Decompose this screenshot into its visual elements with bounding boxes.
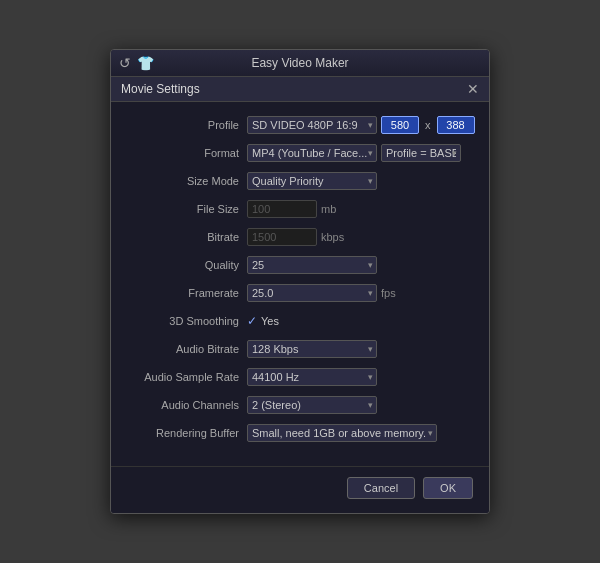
check-icon: ✓ <box>247 314 257 328</box>
smoothing-value: Yes <box>261 315 279 327</box>
audio-channels-select[interactable]: 2 (Stereo) <box>247 396 377 414</box>
ok-button[interactable]: OK <box>423 477 473 499</box>
audio-bitrate-row: Audio Bitrate 128 Kbps <box>127 338 473 360</box>
title-bar: ↺ 👕 Easy Video Maker <box>111 50 489 77</box>
format-select[interactable]: MP4 (YouTube / Face... <box>247 144 377 162</box>
baseline-select[interactable]: Profile = BASELI ... <box>381 144 461 162</box>
framerate-row: Framerate 25.0 fps <box>127 282 473 304</box>
format-controls: MP4 (YouTube / Face... Profile = BASELI … <box>247 144 461 162</box>
audio-bitrate-select[interactable]: 128 Kbps <box>247 340 377 358</box>
quality-row: Quality 25 <box>127 254 473 276</box>
framerate-select[interactable]: 25.0 <box>247 284 377 302</box>
quality-select[interactable]: 25 <box>247 256 377 274</box>
bitrate-unit: kbps <box>321 231 344 243</box>
bitrate-label: Bitrate <box>127 231 247 243</box>
dialog-footer: Cancel OK <box>111 466 489 513</box>
smoothing-row: 3D Smoothing ✓ Yes <box>127 310 473 332</box>
framerate-label: Framerate <box>127 287 247 299</box>
title-bar-icons: ↺ 👕 <box>119 55 154 71</box>
shirt-icon[interactable]: 👕 <box>137 55 154 71</box>
back-icon[interactable]: ↺ <box>119 55 131 71</box>
audio-sample-row: Audio Sample Rate 44100 Hz <box>127 366 473 388</box>
audio-bitrate-label: Audio Bitrate <box>127 343 247 355</box>
file-size-input <box>247 200 317 218</box>
size-mode-row: Size Mode Quality Priority <box>127 170 473 192</box>
close-button[interactable]: ✕ <box>467 82 479 96</box>
framerate-unit: fps <box>381 287 396 299</box>
file-size-unit: mb <box>321 203 336 215</box>
height-input[interactable] <box>437 116 475 134</box>
profile-controls: SD VIDEO 480P 16:9 x <box>247 116 475 134</box>
bitrate-input <box>247 228 317 246</box>
app-title: Easy Video Maker <box>251 56 348 70</box>
width-input[interactable] <box>381 116 419 134</box>
smoothing-label: 3D Smoothing <box>127 315 247 327</box>
rendering-select[interactable]: Small, need 1GB or above memory. <box>247 424 437 442</box>
rendering-label: Rendering Buffer <box>127 427 247 439</box>
size-mode-select[interactable]: Quality Priority <box>247 172 377 190</box>
cancel-button[interactable]: Cancel <box>347 477 415 499</box>
file-size-row: File Size mb <box>127 198 473 220</box>
dialog-title: Movie Settings <box>121 82 200 96</box>
audio-channels-label: Audio Channels <box>127 399 247 411</box>
smoothing-controls: ✓ Yes <box>247 314 279 328</box>
quality-label: Quality <box>127 259 247 271</box>
file-size-label: File Size <box>127 203 247 215</box>
rendering-row: Rendering Buffer Small, need 1GB or abov… <box>127 422 473 444</box>
format-row: Format MP4 (YouTube / Face... Profile = … <box>127 142 473 164</box>
dimension-separator: x <box>423 119 433 131</box>
bitrate-row: Bitrate kbps <box>127 226 473 248</box>
app-window: ↺ 👕 Easy Video Maker Movie Settings ✕ Pr… <box>110 49 490 514</box>
audio-channels-row: Audio Channels 2 (Stereo) <box>127 394 473 416</box>
profile-row: Profile SD VIDEO 480P 16:9 x <box>127 114 473 136</box>
format-label: Format <box>127 147 247 159</box>
audio-sample-label: Audio Sample Rate <box>127 371 247 383</box>
size-mode-label: Size Mode <box>127 175 247 187</box>
profile-select[interactable]: SD VIDEO 480P 16:9 <box>247 116 377 134</box>
dialog-header: Movie Settings ✕ <box>111 77 489 102</box>
profile-label: Profile <box>127 119 247 131</box>
audio-sample-select[interactable]: 44100 Hz <box>247 368 377 386</box>
dialog-body: Profile SD VIDEO 480P 16:9 x Format MP4 … <box>111 102 489 466</box>
